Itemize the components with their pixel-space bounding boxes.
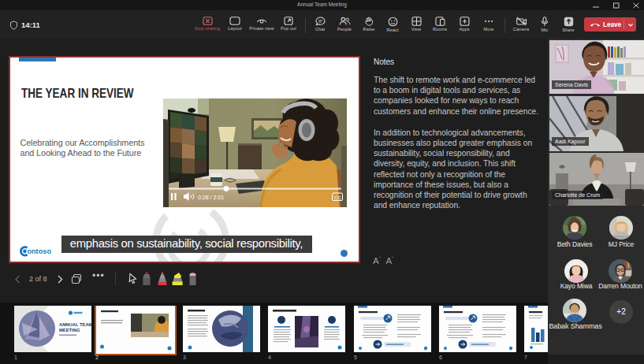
svg-text:ANNUAL TEAM: ANNUAL TEAM [59, 322, 91, 327]
svg-text:MEETING: MEETING [59, 328, 80, 332]
svg-text:CC: CC [334, 194, 341, 199]
svg-text:0:28 / 2:01: 0:28 / 2:01 [198, 194, 224, 199]
svg-text:ontoso: ontoso [27, 247, 51, 255]
